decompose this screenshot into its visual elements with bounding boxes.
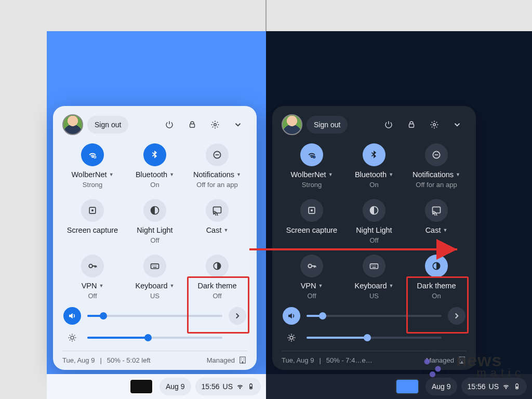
brightness-icon (283, 329, 300, 347)
shelf-status-pill[interactable]: 15:56 US (195, 378, 261, 395)
nightlight-sub: Off (369, 236, 378, 244)
tile-cast: Cast▼ (187, 199, 247, 244)
darktheme-toggle[interactable] (425, 255, 448, 277)
brightness-slider[interactable] (87, 337, 222, 339)
vpn-toggle[interactable] (81, 255, 104, 277)
user-avatar[interactable] (282, 114, 302, 135)
notif-label[interactable]: Notifications▼ (413, 170, 460, 179)
tile-nightlight: Night LightOff (344, 199, 404, 244)
cast-label[interactable]: Cast▼ (425, 226, 448, 234)
notif-toggle[interactable] (425, 143, 448, 166)
nightlight-label[interactable]: Night Light (356, 226, 392, 234)
tile-darktheme: Dark themeOff (187, 255, 247, 300)
settings-button[interactable] (206, 115, 224, 134)
cast-toggle[interactable] (425, 199, 448, 222)
capture-label[interactable]: Screen capture (286, 226, 337, 234)
tile-nightlight: Night LightOff (125, 199, 185, 244)
volume-icon[interactable] (63, 307, 81, 325)
footer-battery[interactable]: 50% - 5:02 left (107, 356, 151, 364)
battery-icon (513, 382, 521, 391)
caret-down-icon: ▼ (443, 228, 447, 233)
shelf-light: Aug 9 15:56 US (47, 374, 266, 399)
bluetooth-toggle[interactable] (143, 143, 166, 166)
audio-expand-button[interactable] (229, 307, 246, 325)
managed-label[interactable]: Managed (207, 356, 235, 364)
bluetooth-sub: On (150, 181, 159, 189)
bluetooth-toggle[interactable] (363, 143, 385, 166)
vpn-label[interactable]: VPN▼ (301, 282, 323, 290)
notif-label[interactable]: Notifications▼ (193, 170, 241, 179)
tile-bluetooth: Bluetooth▼On (125, 143, 185, 189)
capture-toggle[interactable] (81, 199, 104, 222)
caret-down-icon: ▼ (109, 172, 114, 177)
power-button[interactable] (379, 115, 398, 134)
cast-toggle[interactable] (206, 199, 229, 222)
wifi-label[interactable]: WolberNet▼ (71, 170, 113, 179)
shelf-date-pill[interactable]: Aug 9 (159, 378, 191, 395)
caret-down-icon: ▼ (389, 283, 394, 288)
shelf-preview-thumb[interactable] (395, 379, 419, 394)
darktheme-label[interactable]: Dark theme (198, 282, 237, 290)
darktheme-label[interactable]: Dark theme (417, 282, 456, 290)
tile-capture: Screen capture (282, 199, 342, 244)
nightlight-toggle[interactable] (363, 199, 385, 222)
shelf-preview-thumb[interactable] (129, 379, 153, 394)
collapse-button[interactable] (229, 115, 247, 134)
wifi-sub: Strong (83, 181, 102, 189)
tile-vpn: VPN▼Off (282, 255, 342, 300)
nightlight-label[interactable]: Night Light (137, 226, 172, 234)
wifi-sub: Strong (302, 181, 322, 189)
wifi-toggle[interactable] (81, 143, 104, 166)
keyboard-label[interactable]: Keyboard▼ (136, 282, 175, 290)
tile-notif: Notifications▼Off for an app (187, 143, 247, 189)
lock-button[interactable] (183, 115, 202, 134)
tile-keyboard: Keyboard▼US (125, 255, 185, 300)
caret-down-icon: ▼ (236, 172, 241, 177)
tile-notif: Notifications▼Off for an app (406, 143, 467, 189)
sign-out-button[interactable]: Sign out (307, 116, 348, 134)
caret-down-icon: ▼ (328, 172, 333, 177)
keyboard-sub: US (369, 292, 379, 300)
tile-wifi: WolberNet▼Strong (62, 143, 123, 189)
settings-button[interactable] (425, 115, 444, 134)
battery-icon (247, 382, 255, 391)
keyboard-toggle[interactable] (143, 255, 166, 277)
keyboard-sub: US (150, 292, 159, 300)
shelf-clock: 15:56 (468, 382, 486, 391)
collapse-button[interactable] (448, 115, 467, 134)
caret-down-icon: ▼ (223, 228, 228, 233)
user-avatar[interactable] (62, 114, 83, 135)
darktheme-sub: On (432, 292, 441, 300)
cast-label[interactable]: Cast▼ (206, 226, 229, 234)
shelf-clock: 15:56 (202, 382, 220, 391)
lock-button[interactable] (402, 115, 421, 134)
vpn-label[interactable]: VPN▼ (82, 282, 104, 290)
nightlight-sub: Off (150, 236, 159, 244)
power-button[interactable] (160, 115, 179, 134)
nightlight-toggle[interactable] (143, 199, 166, 222)
caret-down-icon: ▼ (456, 172, 460, 177)
capture-label[interactable]: Screen capture (67, 226, 118, 234)
sign-out-button[interactable]: Sign out (87, 116, 128, 134)
volume-icon[interactable] (283, 307, 300, 325)
bluetooth-label[interactable]: Bluetooth▼ (136, 170, 174, 179)
vpn-sub: Off (307, 292, 316, 300)
keyboard-label[interactable]: Keyboard▼ (355, 282, 394, 290)
vpn-toggle[interactable] (300, 255, 323, 277)
tile-vpn: VPN▼Off (62, 255, 123, 300)
wifi-toggle[interactable] (300, 143, 323, 166)
volume-slider[interactable] (87, 315, 222, 317)
keyboard-toggle[interactable] (363, 255, 385, 277)
bluetooth-label[interactable]: Bluetooth▼ (355, 170, 393, 179)
caret-down-icon: ▼ (99, 283, 103, 288)
capture-toggle[interactable] (300, 199, 323, 222)
volume-slider[interactable] (307, 315, 442, 317)
darktheme-toggle[interactable] (206, 255, 229, 277)
audio-expand-button[interactable] (448, 307, 466, 325)
notif-toggle[interactable] (206, 143, 229, 166)
footer-battery[interactable]: 50% - 7:4…e… (326, 356, 373, 364)
brightness-slider[interactable] (307, 337, 442, 339)
wifi-label[interactable]: WolberNet▼ (290, 170, 332, 179)
caret-down-icon: ▼ (169, 172, 174, 177)
tile-capture: Screen capture (62, 199, 123, 244)
